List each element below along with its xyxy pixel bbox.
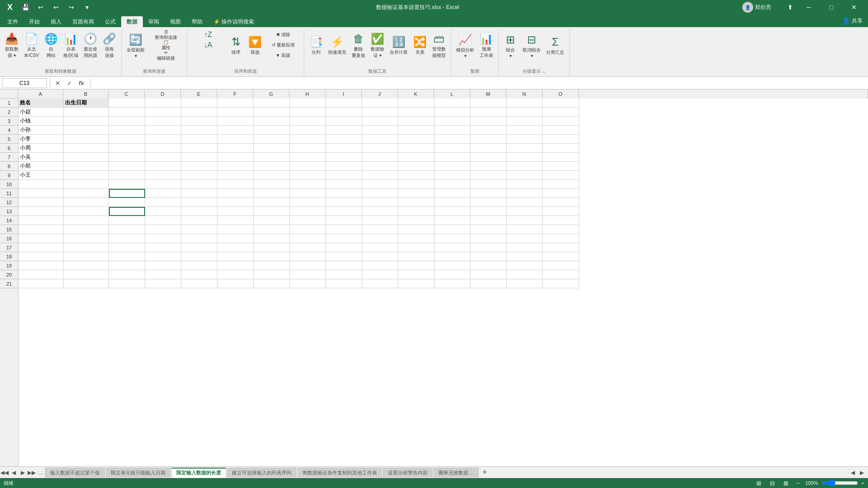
sheet-nav-first[interactable]: ◀◀ xyxy=(0,468,9,478)
cell-e9[interactable] xyxy=(181,171,217,180)
cell-l9[interactable] xyxy=(434,171,471,180)
cell-d13[interactable] xyxy=(145,207,181,216)
cell-j4[interactable] xyxy=(362,126,398,135)
cell-e21[interactable] xyxy=(181,279,217,288)
cell-h5[interactable] xyxy=(290,135,326,144)
save-button[interactable]: 💾 xyxy=(19,1,32,14)
cell-b15[interactable] xyxy=(64,225,109,234)
cell-e20[interactable] xyxy=(181,270,217,279)
cell-h8[interactable] xyxy=(290,162,326,171)
cell-j19[interactable] xyxy=(362,261,398,270)
from-text-csv-button[interactable]: 📄 从文本/CSV xyxy=(22,30,41,61)
cell-m8[interactable] xyxy=(471,162,507,171)
cell-d5[interactable] xyxy=(145,135,181,144)
customize-quick-access[interactable]: ▾ xyxy=(80,1,93,14)
col-header-c[interactable]: C xyxy=(108,89,145,99)
tab-search[interactable]: ⚡ 操作说明搜索 xyxy=(208,16,259,27)
row-header-11[interactable]: 11 xyxy=(0,189,18,198)
cell-b2[interactable] xyxy=(64,108,109,117)
manage-data-model-button[interactable]: 🗃 管理数据模型 xyxy=(430,30,448,61)
cell-o21[interactable] xyxy=(543,279,579,288)
clear-button[interactable]: ✖ 清除 xyxy=(265,30,301,40)
cell-e17[interactable] xyxy=(181,243,217,252)
cell-o6[interactable] xyxy=(543,144,579,153)
cell-o11[interactable] xyxy=(543,189,579,198)
cell-n3[interactable] xyxy=(507,117,543,126)
cell-d18[interactable] xyxy=(145,252,181,261)
sort-button[interactable]: ⇅ 排序 xyxy=(227,30,245,61)
name-box[interactable] xyxy=(2,78,47,88)
cell-d12[interactable] xyxy=(145,198,181,207)
cell-k12[interactable] xyxy=(398,198,434,207)
cell-a9[interactable]: 小王 xyxy=(19,171,64,180)
cell-g2[interactable] xyxy=(254,108,290,117)
cell-n16[interactable] xyxy=(507,234,543,243)
cell-a13[interactable] xyxy=(19,207,64,216)
cell-f7[interactable] xyxy=(217,153,254,162)
what-if-button[interactable]: 📈 模拟分析▾ xyxy=(454,30,476,61)
cell-i5[interactable] xyxy=(326,135,362,144)
cell-m13[interactable] xyxy=(471,207,507,216)
tab-home[interactable]: 开始 xyxy=(24,16,45,27)
cell-m12[interactable] xyxy=(471,198,507,207)
cell-m10[interactable] xyxy=(471,180,507,189)
row-header-10[interactable]: 10 xyxy=(0,180,18,189)
cell-k5[interactable] xyxy=(398,135,434,144)
cell-m20[interactable] xyxy=(471,270,507,279)
cell-m5[interactable] xyxy=(471,135,507,144)
cell-m11[interactable] xyxy=(471,189,507,198)
cell-j17[interactable] xyxy=(362,243,398,252)
cell-i4[interactable] xyxy=(326,126,362,135)
row-header-17[interactable]: 17 xyxy=(0,243,18,252)
cell-c13-selected[interactable] xyxy=(109,207,145,216)
cell-k15[interactable] xyxy=(398,225,434,234)
cell-l18[interactable] xyxy=(434,252,471,261)
cell-c6[interactable] xyxy=(109,144,145,153)
cell-d10[interactable] xyxy=(145,180,181,189)
tab-review[interactable]: 审阅 xyxy=(143,16,165,27)
cell-n15[interactable] xyxy=(507,225,543,234)
cell-h6[interactable] xyxy=(290,144,326,153)
cell-l13[interactable] xyxy=(434,207,471,216)
cell-n17[interactable] xyxy=(507,243,543,252)
cell-b18[interactable] xyxy=(64,252,109,261)
cell-o3[interactable] xyxy=(543,117,579,126)
cell-m14[interactable] xyxy=(471,216,507,225)
cell-n21[interactable] xyxy=(507,279,543,288)
cell-a14[interactable] xyxy=(19,216,64,225)
cell-a11[interactable] xyxy=(19,189,64,198)
redo-button[interactable]: ↪ xyxy=(65,1,78,14)
cell-k13[interactable] xyxy=(398,207,434,216)
sheet-nav-prev[interactable]: ◀ xyxy=(9,468,18,478)
cell-f1[interactable] xyxy=(217,99,254,108)
cell-h12[interactable] xyxy=(290,198,326,207)
row-header-16[interactable]: 16 xyxy=(0,234,18,243)
cell-k4[interactable] xyxy=(398,126,434,135)
cell-e4[interactable] xyxy=(181,126,217,135)
cell-e7[interactable] xyxy=(181,153,217,162)
cell-g21[interactable] xyxy=(254,279,290,288)
cell-k6[interactable] xyxy=(398,144,434,153)
cell-f14[interactable] xyxy=(217,216,254,225)
cell-m16[interactable] xyxy=(471,234,507,243)
cell-l6[interactable] xyxy=(434,144,471,153)
cell-n7[interactable] xyxy=(507,153,543,162)
cell-m4[interactable] xyxy=(471,126,507,135)
cell-n13[interactable] xyxy=(507,207,543,216)
cell-i18[interactable] xyxy=(326,252,362,261)
cell-c21[interactable] xyxy=(109,279,145,288)
add-sheet-button[interactable]: + xyxy=(480,468,490,478)
cell-n11[interactable] xyxy=(507,189,543,198)
cell-l10[interactable] xyxy=(434,180,471,189)
ungroup-button[interactable]: ⊟ 取消组合▾ xyxy=(520,30,543,61)
cell-d9[interactable] xyxy=(145,171,181,180)
cell-a10[interactable] xyxy=(19,180,64,189)
cell-c5[interactable] xyxy=(109,135,145,144)
row-header-20[interactable]: 20 xyxy=(0,270,18,279)
row-header-1[interactable]: 1 xyxy=(0,99,18,108)
cell-d7[interactable] xyxy=(145,153,181,162)
cell-g19[interactable] xyxy=(254,261,290,270)
recent-sources-button[interactable]: 🕐 最近使用的源 xyxy=(81,30,99,61)
cell-j11[interactable] xyxy=(362,189,398,198)
cell-i3[interactable] xyxy=(326,117,362,126)
